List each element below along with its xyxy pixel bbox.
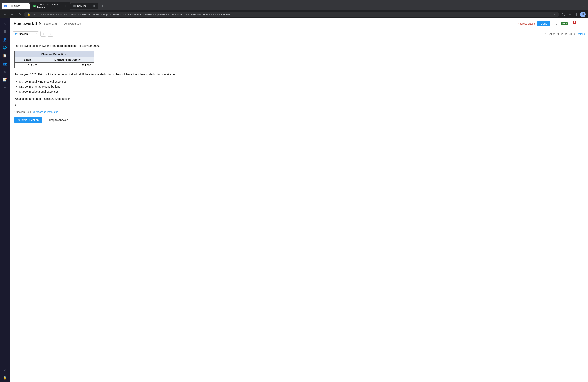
star-icon[interactable]: ☆ <box>567 12 573 17</box>
main-content: Homework 1.9 Score: 1/36 | Answered: 1/9… <box>10 18 588 382</box>
header-right: Progress saved Done 🖨 √0 ● ✉1 ⋮ <box>517 21 584 26</box>
question-nav-right: ✎ 0/1 pt ↺ 2 ↻ 98 ℹ Details <box>545 32 585 35</box>
prev-question-button[interactable]: ‹ <box>41 31 46 37</box>
sqrt-toggle[interactable]: √0 ● <box>561 22 568 25</box>
tab-expand-button[interactable]: ⌄ <box>581 3 587 9</box>
buttons-row: Submit Question Jump to Answer <box>14 117 583 123</box>
toolbar-icons: ⛶ ☆ ⋮ U <box>561 12 586 17</box>
deduction-item-3: $4,900 in educational expenses <box>19 89 583 94</box>
itemize-text: For tax year 2020, Faith will file taxes… <box>14 72 583 76</box>
tab-favicon-ai: ◈ <box>33 5 36 7</box>
deduction-item-1: $4,700 in qualifying medical expenses <box>19 79 583 84</box>
tab-label-lti: LTI Launch <box>8 5 20 7</box>
hw-meta: Score: 1/36 | Answered: 1/9 <box>44 22 81 25</box>
mail-icon[interactable]: ✉1 <box>570 21 576 26</box>
answer-row: $ <box>14 102 583 107</box>
tab-close-lti[interactable]: ✕ <box>24 4 27 8</box>
table-val-single: $12,400 <box>15 62 41 68</box>
info-icon: ℹ <box>574 32 575 35</box>
tab-close-ai[interactable]: ✕ <box>64 4 67 8</box>
deductions-table: Standard Deductions Single Married Filin… <box>14 51 94 68</box>
question-dropdown-arrow-icon: ▾ <box>36 33 37 35</box>
question-body: The following table shows the standard d… <box>10 39 588 382</box>
browser-chrome: A LTI Launch ✕ ◈ AI Math GPT Solver Powe… <box>0 0 588 18</box>
points-label: 0/1 pt <box>549 32 555 35</box>
sidebar-close-button[interactable]: ✕ <box>1 20 8 27</box>
hw-header: Homework 1.9 Score: 1/36 | Answered: 1/9… <box>10 18 588 29</box>
table-col-single: Single <box>15 57 41 62</box>
table-col-married: Married Filing Jointly <box>41 57 94 62</box>
mail-count: 1 <box>573 21 576 24</box>
tab-close-newtab[interactable]: ✕ <box>92 4 96 8</box>
tab-label-newtab: New Tab <box>77 5 86 7</box>
tab-favicon-lti: A <box>4 5 7 7</box>
profile-icon[interactable]: U <box>580 12 586 17</box>
table-val-married: $24,800 <box>41 62 94 68</box>
dollar-sign-label: $ <box>14 103 16 106</box>
sidebar: ✕ ☰ 👤 🌐 📋 👥 ✉ 📝 ✏ ↺ 🔒 <box>0 18 10 382</box>
sidebar-item-content[interactable]: 📋 <box>1 52 8 59</box>
attempts-icon: ↻ <box>565 32 567 35</box>
more-options-icon[interactable]: ⋮ <box>578 21 584 26</box>
progress-saved-label: Progress saved <box>517 22 535 25</box>
details-link[interactable]: Details <box>577 32 585 35</box>
tab-bar: A LTI Launch ✕ ◈ AI Math GPT Solver Powe… <box>0 0 588 10</box>
question-prompt: What is the amount of Faith's 2020 deduc… <box>14 97 583 100</box>
sidebar-item-globe[interactable]: 🌐 <box>1 44 8 51</box>
tab-label-ai: AI Math GPT Solver Powered... <box>37 3 63 9</box>
help-label: Question Help: <box>14 111 32 114</box>
question-dot <box>15 33 17 35</box>
hw-answered: Answered: 1/9 <box>64 22 81 25</box>
question-selector-label: Question 2 <box>17 32 30 35</box>
sidebar-item-grades[interactable]: 📝 <box>1 76 8 83</box>
hw-title: Homework 1.9 <box>14 21 41 26</box>
table-main-header: Standard Deductions <box>15 51 94 57</box>
hw-score: Score: 1/36 <box>44 22 57 25</box>
tab-lti[interactable]: A LTI Launch ✕ <box>1 3 30 9</box>
back-button[interactable]: ← <box>2 12 8 17</box>
deductions-list: $4,700 in qualifying medical expenses $3… <box>19 79 583 94</box>
sidebar-item-lock[interactable]: 🔒 <box>1 374 8 381</box>
tab-newtab[interactable]: ⬡ New Tab ✕ <box>70 3 98 9</box>
url-bar[interactable]: 🔒 harper.blackboard.com/ultra/stream/lti… <box>24 12 559 17</box>
more-icon[interactable]: ⋮ <box>574 12 579 17</box>
question-selector[interactable]: Question 2 ▾ <box>13 31 39 36</box>
refresh-button[interactable]: ↻ <box>17 12 22 17</box>
sidebar-item-messages[interactable]: ✉ <box>1 68 8 75</box>
question-help: Question Help: ✉ Message instructor <box>14 111 583 114</box>
hw-meta-sep: | <box>60 22 61 25</box>
app-layout: ✕ ☰ 👤 🌐 📋 👥 ✉ 📝 ✏ ↺ 🔒 Homework 1.9 Score… <box>0 18 588 382</box>
question-nav: Question 2 ▾ ‹ › ✎ 0/1 pt ↺ 2 ↻ 98 ℹ Det… <box>10 29 588 39</box>
retry-icon: ↺ <box>557 32 559 35</box>
retries-count: 2 <box>561 32 563 35</box>
sidebar-item-user[interactable]: 👤 <box>1 36 8 43</box>
question-intro-text: The following table shows the standard d… <box>14 43 583 48</box>
address-bar: ← → ↻ 🔒 harper.blackboard.com/ultra/stre… <box>0 10 588 18</box>
submit-question-button[interactable]: Submit Question <box>14 117 42 123</box>
message-instructor-link[interactable]: ✉ Message instructor <box>33 111 58 114</box>
screenshot-icon[interactable]: ⛶ <box>561 12 567 17</box>
done-button[interactable]: Done <box>537 21 550 26</box>
lock-icon: 🔒 <box>27 13 30 16</box>
attempts-count: 98 <box>569 32 572 35</box>
url-text: harper.blackboard.com/ultra/stream/lti/l… <box>32 13 552 16</box>
jump-to-answer-button[interactable]: Jump to Answer <box>44 117 72 123</box>
forward-button[interactable]: → <box>10 12 15 17</box>
print-icon[interactable]: 🖨 <box>553 21 558 26</box>
next-question-button[interactable]: › <box>48 31 53 37</box>
new-tab-button[interactable]: + <box>100 3 105 9</box>
bookmark-icon: ☆ <box>554 13 556 16</box>
sidebar-item-history[interactable]: ↺ <box>1 366 8 373</box>
message-instructor-label: Message instructor <box>36 111 58 114</box>
answer-input[interactable] <box>17 102 45 107</box>
sidebar-item-tools[interactable]: ✏ <box>1 84 8 91</box>
edit-icon: ✎ <box>545 32 546 35</box>
deduction-item-2: $3,300 in charitable contributions <box>19 84 583 89</box>
sidebar-item-people[interactable]: 👥 <box>1 60 8 67</box>
tab-ai[interactable]: ◈ AI Math GPT Solver Powered... ✕ <box>30 1 70 10</box>
sidebar-item-menu[interactable]: ☰ <box>1 28 8 35</box>
tab-favicon-newtab: ⬡ <box>73 5 76 7</box>
envelope-icon: ✉ <box>33 111 35 114</box>
mail-badge: ✉1 <box>572 22 574 25</box>
